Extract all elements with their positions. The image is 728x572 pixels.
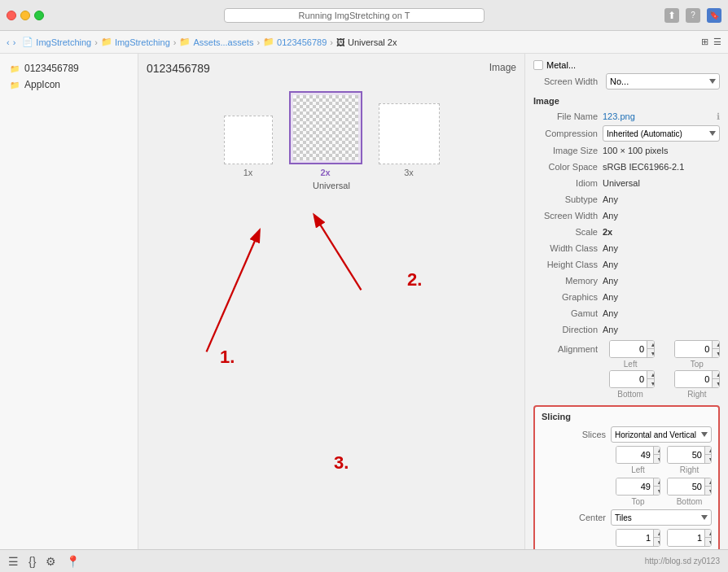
center-dropdown[interactable]: Tiles [611,509,712,526]
breadcrumb-sep4: › [330,37,333,47]
slicing-tb-row: ▲ ▼ ▲ ▼ [542,478,712,496]
image-slot-3x[interactable]: 3x [379,103,440,177]
slicing-top-input-group[interactable]: ▲ ▼ [616,478,660,496]
screen-width-dropdown[interactable]: No... [606,73,720,90]
layout-list-icon[interactable]: ☰ [713,37,721,47]
slicing-left-input-group[interactable]: ▲ ▼ [616,446,660,464]
close-button[interactable] [7,11,16,20]
slicing-left-input[interactable] [616,447,653,463]
color-space-row: Color Space sRGB IEC61966-2.1 [533,159,720,174]
alignment-top-stepper[interactable]: ▲ ▼ [712,341,720,357]
slicing-bottom-input[interactable] [668,478,704,495]
stepper-up[interactable]: ▲ [647,341,655,349]
minimize-button[interactable] [20,11,30,20]
breadcrumb-sep3: › [257,37,260,47]
slicing-width-input-group[interactable]: ▲ ▼ [616,529,660,547]
metal-checkbox[interactable] [533,60,543,70]
stepper-up-sw[interactable]: ▲ [654,530,660,538]
stepper-down-3[interactable]: ▼ [647,379,655,387]
bottom-icon-4[interactable]: 📍 [66,555,80,568]
annotation-3: 3. [334,452,349,474]
slicing-top-stepper[interactable]: ▲ ▼ [653,478,660,495]
alignment-left-input[interactable]: 0 [610,341,647,357]
question-icon[interactable]: ? [686,8,700,23]
slicing-tb-labels: Top Bottom [542,497,712,506]
sidebar-item-0123456789[interactable]: 📁 0123456789 [0,60,138,76]
file-name-label: File Name [533,111,603,121]
image-slot-1x[interactable]: 1x [224,116,273,177]
bottom-icon-3[interactable]: ⚙ [46,555,56,568]
slot-box-1x[interactable] [224,116,273,164]
slicing-height-stepper[interactable]: ▲ ▼ [704,530,712,546]
alignment-top-row: Alignment 0 ▲ ▼ 0 ▲ ▼ [533,340,720,358]
color-space-value: sRGB IEC61966-2.1 [603,162,720,172]
slices-dropdown[interactable]: Horizontal and Vertical [611,426,712,443]
stepper-down-sw[interactable]: ▼ [654,538,660,546]
stepper-up-4[interactable]: ▲ [713,371,720,379]
slices-row: Slices Horizontal and Vertical [542,426,712,443]
right-input[interactable]: 0 [675,371,712,387]
screen-width-top-row: Screen Width No... [533,73,720,90]
stepper-up-sr[interactable]: ▲ [705,447,712,455]
breadcrumb-assets[interactable]: 📁 Assets...assets [179,37,253,47]
stepper-up-sh[interactable]: ▲ [705,530,712,538]
stepper-up-sl[interactable]: ▲ [654,447,660,455]
info-icon: ℹ [717,111,720,122]
stepper-down-sh[interactable]: ▼ [705,538,712,546]
nav-back-icon[interactable]: ‹ [7,37,10,47]
stepper-down-sb[interactable]: ▼ [705,487,712,495]
breadcrumb-universal2x[interactable]: 🖼 Universal 2x [336,37,397,47]
slicing-right-stepper[interactable]: ▲ ▼ [704,447,712,463]
share-icon[interactable]: ⬆ [664,8,679,23]
stepper-down[interactable]: ▼ [647,349,655,357]
compression-label: Compression [533,129,603,138]
layout-grid-icon[interactable]: ⊞ [701,37,708,47]
image-size-row: Image Size 100 × 100 pixels [533,143,720,158]
bottom-input[interactable]: 0 [610,371,647,387]
alignment-top-input-group[interactable]: 0 ▲ ▼ [674,340,720,358]
alignment-label: Alignment [533,344,603,354]
stepper-down-2[interactable]: ▼ [713,349,720,357]
breadcrumb-sep1: › [94,37,98,47]
breadcrumb-imgstretching-file[interactable]: 📄 ImgStretching [22,37,91,47]
slicing-height-input[interactable] [668,530,704,546]
slicing-height-input-group[interactable]: ▲ ▼ [667,529,712,547]
image-slot-2x[interactable]: 2x [289,91,362,177]
title-input[interactable] [224,8,485,23]
slicing-right-input[interactable] [668,447,704,463]
annotation-1: 1. [220,347,235,368]
bookmark-icon[interactable]: 🔖 [707,8,721,23]
compression-dropdown[interactable]: Inherited (Automatic) [603,125,720,142]
stepper-down-st[interactable]: ▼ [654,487,660,495]
stepper-up-st[interactable]: ▲ [654,478,660,487]
slicing-width-stepper[interactable]: ▲ ▼ [653,530,660,546]
bottom-icon-1[interactable]: ☰ [8,555,19,568]
stepper-down-sr[interactable]: ▼ [705,455,712,463]
stepper-down-4[interactable]: ▼ [713,379,720,387]
breadcrumb-imgstretching-folder[interactable]: 📁 ImgStretching [101,37,170,47]
bottom-input-group[interactable]: 0 ▲ ▼ [609,370,655,388]
slicing-width-input[interactable] [616,530,653,546]
sidebar-item-appicon[interactable]: 📁 AppIcon [0,76,138,93]
stepper-up-2[interactable]: ▲ [713,341,720,349]
right-input-group[interactable]: 0 ▲ ▼ [674,370,720,388]
slicing-bottom-stepper[interactable]: ▲ ▼ [704,478,712,495]
maximize-button[interactable] [34,11,44,20]
stepper-up-sb[interactable]: ▲ [705,478,712,487]
stepper-down-sl[interactable]: ▼ [654,455,660,463]
alignment-top-input[interactable]: 0 [675,341,712,357]
alignment-left-input-group[interactable]: 0 ▲ ▼ [609,340,655,358]
breadcrumb-0123456789[interactable]: 📁 0123456789 [263,37,327,47]
slicing-right-input-group[interactable]: ▲ ▼ [667,446,712,464]
slicing-top-input[interactable] [616,478,653,495]
bottom-icon-2[interactable]: {} [29,555,36,568]
slicing-left-stepper[interactable]: ▲ ▼ [653,447,660,463]
slicing-bottom-input-group[interactable]: ▲ ▼ [667,478,712,496]
slot-box-2x[interactable] [289,91,362,164]
stepper-up-3[interactable]: ▲ [647,371,655,379]
nav-forward-icon[interactable]: › [13,37,16,47]
bottom-stepper[interactable]: ▲ ▼ [647,371,655,387]
right-stepper[interactable]: ▲ ▼ [712,371,720,387]
slot-box-3x[interactable] [379,103,440,164]
alignment-left-stepper[interactable]: ▲ ▼ [647,341,655,357]
